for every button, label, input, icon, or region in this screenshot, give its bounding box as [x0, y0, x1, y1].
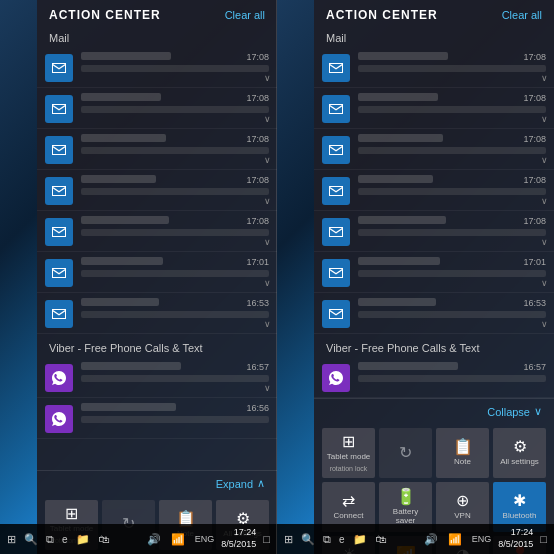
viber-notif-body-1-left: 16:57: [81, 362, 269, 382]
chevron-3-right: ∨: [541, 155, 548, 165]
mail-notif-5-right[interactable]: 17:08 ∨: [314, 211, 554, 252]
action-center-right: ACTION CENTER Clear all Mail 17:08 ∨: [314, 0, 554, 554]
chevron-up-icon-right: ∨: [534, 405, 542, 418]
speaker-icon-right[interactable]: 🔊: [421, 531, 441, 548]
ac-header-left: ACTION CENTER Clear all: [37, 0, 277, 26]
taskbar-left-items: ⊞ 🔍 ⧉ e 📁 🛍: [4, 531, 112, 548]
edge-icon-right[interactable]: e: [336, 532, 348, 547]
collapse-button-right[interactable]: Collapse ∨: [487, 405, 542, 418]
clear-all-button-right[interactable]: Clear all: [502, 9, 542, 21]
all-settings-tile-right[interactable]: ⚙ All settings: [493, 428, 546, 478]
taskbar-left: ⊞ 🔍 ⧉ e 📁 🛍 🔊 📶 ENG 17:24 8/5/2015 □: [0, 524, 277, 554]
action-center-icon-right[interactable]: □: [537, 531, 550, 547]
taskbar-right-left-items: ⊞ 🔍 ⧉ e 📁 🛍: [281, 531, 389, 548]
action-center-left: ACTION CENTER Clear all Mail 17:08 ∨: [37, 0, 277, 554]
expand-button-left[interactable]: Expand ∧: [216, 477, 265, 490]
note-label-right: Note: [454, 458, 471, 467]
tablet-mode-icon-left: ⊞: [65, 506, 78, 522]
notif-time-2-left: 17:08: [246, 93, 269, 103]
mail-notif-7-left[interactable]: 16:53 ∨: [37, 293, 277, 334]
rotation-icon-right: ↻: [399, 445, 412, 461]
chevron-down-icon-5-left: ∨: [264, 237, 271, 247]
notif-body-7-left: 16:53: [81, 298, 269, 318]
vpn-icon-right: ⊕: [456, 493, 469, 509]
taskbar-right-right-items: 🔊 📶 ENG 17:24 8/5/2015 □: [421, 527, 550, 550]
notif-body-3-left: 17:08: [81, 134, 269, 154]
viber-section-label-left: Viber - Free Phone Calls & Text: [37, 334, 277, 357]
mail-icon-1-left: [45, 54, 73, 82]
ac-content-right: Mail 17:08 ∨: [314, 26, 554, 554]
mail-notif-4-left[interactable]: 17:08 ∨: [37, 170, 277, 211]
note-tile-right[interactable]: 📋 Note: [436, 428, 489, 478]
notif-body-5-left: 17:08: [81, 216, 269, 236]
expand-label-left: Expand: [216, 478, 253, 490]
notif-body-1-right: 17:08: [358, 52, 546, 72]
store-icon-right[interactable]: 🛍: [372, 531, 389, 547]
connect-icon-right: ⇄: [342, 493, 355, 509]
notif-time-6-left: 17:01: [246, 257, 269, 267]
mail-icon-4-right: [322, 177, 350, 205]
notif-body-6-right: 17:01: [358, 257, 546, 277]
notif-body-2-right: 17:08: [358, 93, 546, 113]
clear-all-button-left[interactable]: Clear all: [225, 9, 265, 21]
mail-notif-3-left[interactable]: 17:08 ∨: [37, 129, 277, 170]
network-icon-left[interactable]: 📶: [168, 531, 188, 548]
folder-icon-left[interactable]: 📁: [73, 531, 93, 548]
mail-notif-6-left[interactable]: 17:01 ∨: [37, 252, 277, 293]
mail-notif-2-right[interactable]: 17:08 ∨: [314, 88, 554, 129]
tablet-sublabel-right: rotation lock: [330, 465, 368, 472]
chevron-4-right: ∨: [541, 196, 548, 206]
speaker-icon-left[interactable]: 🔊: [144, 531, 164, 548]
mail-icon-2-left: [45, 95, 73, 123]
notif-body-4-left: 17:08: [81, 175, 269, 195]
mail-icon-6-right: [322, 259, 350, 287]
viber-body-1-right: 16:57: [358, 362, 546, 382]
mail-notif-5-left[interactable]: 17:08 ∨: [37, 211, 277, 252]
viber-section-label-right: Viber - Free Phone Calls & Text: [314, 334, 554, 357]
start-button-left[interactable]: ⊞: [4, 531, 19, 548]
expand-bar-left: Expand ∧: [37, 470, 277, 496]
collapse-label-right: Collapse: [487, 406, 530, 418]
ac-header-right: ACTION CENTER Clear all: [314, 0, 554, 26]
mail-notif-4-right[interactable]: 17:08 ∨: [314, 170, 554, 211]
tablet-mode-tile-right[interactable]: ⊞ Tablet mode rotation lock: [322, 428, 375, 478]
viber-notif-1-left[interactable]: 16:57 ∨: [37, 357, 277, 398]
notif-body-4-right: 17:08: [358, 175, 546, 195]
chevron-down-icon-1-left: ∨: [264, 73, 271, 83]
chevron-up-icon-left: ∧: [257, 477, 265, 490]
lang-label-right[interactable]: ENG: [469, 532, 495, 546]
task-view-icon-left[interactable]: ⧉: [43, 531, 57, 548]
taskbar-clock-left: 17:24 8/5/2015: [221, 527, 256, 550]
mail-icon-7-left: [45, 300, 73, 328]
edge-icon-left[interactable]: e: [59, 532, 71, 547]
notif-time-3-left: 17:08: [246, 134, 269, 144]
store-icon-left[interactable]: 🛍: [95, 531, 112, 547]
chevron-down-icon-2-left: ∨: [264, 114, 271, 124]
viber-notif-2-left[interactable]: 16:56: [37, 398, 277, 439]
rotation-tile-right[interactable]: ↻: [379, 428, 432, 478]
tablet-icon-right: ⊞: [342, 434, 355, 450]
search-icon-right[interactable]: 🔍: [298, 531, 318, 548]
mail-notif-6-right[interactable]: 17:01 ∨: [314, 252, 554, 293]
mail-notif-1-left[interactable]: 17:08 ∨: [37, 47, 277, 88]
start-button-right[interactable]: ⊞: [281, 531, 296, 548]
folder-icon-right[interactable]: 📁: [350, 531, 370, 548]
ac-title-right: ACTION CENTER: [326, 8, 438, 22]
mail-icon-1-right: [322, 54, 350, 82]
mail-section-label-left: Mail: [37, 26, 277, 47]
action-center-icon-left[interactable]: □: [260, 531, 273, 547]
task-view-icon-right[interactable]: ⧉: [320, 531, 334, 548]
network-icon-right[interactable]: 📶: [445, 531, 465, 548]
chevron-down-icon-6-left: ∨: [264, 278, 271, 288]
lang-label-left[interactable]: ENG: [192, 532, 218, 546]
battery-icon-right: 🔋: [396, 489, 416, 505]
mail-notif-1-right[interactable]: 17:08 ∨: [314, 47, 554, 88]
chevron-6-right: ∨: [541, 278, 548, 288]
viber-notif-1-right[interactable]: 16:57: [314, 357, 554, 398]
chevron-down-icon-3-left: ∨: [264, 155, 271, 165]
mail-notif-7-right[interactable]: 16:53 ∨: [314, 293, 554, 334]
search-icon-left[interactable]: 🔍: [21, 531, 41, 548]
chevron-down-icon-4-left: ∨: [264, 196, 271, 206]
mail-notif-2-left[interactable]: 17:08 ∨: [37, 88, 277, 129]
mail-notif-3-right[interactable]: 17:08 ∨: [314, 129, 554, 170]
